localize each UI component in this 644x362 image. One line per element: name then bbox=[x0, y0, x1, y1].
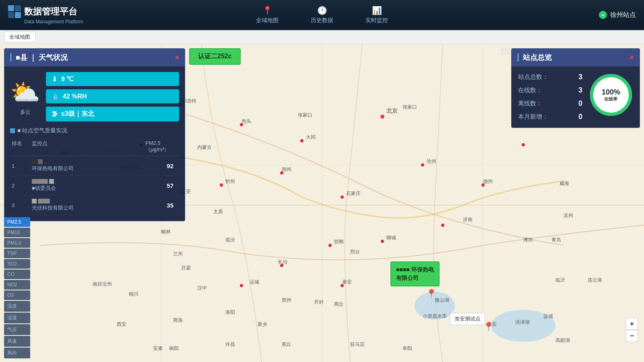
pollutant-temp[interactable]: 温度 bbox=[4, 301, 30, 312]
pollutant-co[interactable]: CO bbox=[4, 269, 30, 279]
svg-text:西安: 西安 bbox=[117, 321, 126, 327]
clock-icon: 🕐 bbox=[317, 6, 327, 15]
nav-realtime-monitor[interactable]: 📊 实时监控 bbox=[365, 6, 388, 24]
svg-text:汉中: 汉中 bbox=[197, 285, 207, 291]
air-quality-section: ■ 站点空气质量实况 排名 监控点 PM2.5（μg/m³） 1 bbox=[4, 127, 185, 221]
col-pm25: PM2.5（μg/m³） bbox=[145, 140, 178, 153]
huanbao-line2: 有限公司 bbox=[396, 274, 434, 282]
svg-text:济南: 济南 bbox=[463, 217, 473, 222]
station-panel-title: 站点总览 bbox=[517, 53, 552, 62]
cert-badge: 认证二252c bbox=[189, 48, 241, 65]
logo-title-en: Data Management Platform bbox=[8, 19, 83, 25]
svg-text:南目沿州: 南目沿州 bbox=[93, 281, 112, 287]
wind-icon: 🌫 bbox=[52, 111, 58, 118]
zoom-out-button[interactable]: − bbox=[626, 330, 638, 342]
section-title-text: ■ 站点空气质量实况 bbox=[17, 127, 67, 134]
pollutant-humidity[interactable]: 湿度 bbox=[4, 313, 30, 323]
svg-text:盐城: 盐城 bbox=[543, 313, 553, 319]
logo-icon: 数据管理平台 bbox=[8, 5, 83, 18]
huanbao-popup: ■■■■ 环保热电 有限公司 bbox=[390, 261, 440, 286]
rank-1: 1 bbox=[12, 163, 32, 169]
weather-panel-close[interactable]: × bbox=[175, 53, 179, 62]
stat-new: 本月新增： 0 bbox=[518, 113, 582, 121]
svg-text:长治: 长治 bbox=[278, 259, 287, 265]
svg-text:连云港: 连云港 bbox=[588, 277, 602, 283]
legend-line-3 bbox=[501, 53, 509, 55]
temperature-badge: 🌡 9 ℃ bbox=[46, 72, 179, 86]
logo-area: 数据管理平台 Data Management Platform bbox=[8, 5, 83, 25]
stat-offline-label: 离线数： bbox=[518, 100, 542, 107]
svg-text:泰安: 泰安 bbox=[342, 279, 352, 285]
air-table-header: 排名 监控点 PM2.5（μg/m³） bbox=[10, 138, 179, 156]
station-info: ● 徐州站点 bbox=[599, 11, 636, 19]
map-container[interactable]: 北京 大同 包头 呼和浩特 朔州 忻州 太原 朔州 石家庄 沧州 德州 济南 聊… bbox=[0, 44, 644, 362]
gauge-sublabel: 在线率 bbox=[602, 97, 620, 102]
svg-text:许昌: 许昌 bbox=[225, 341, 235, 347]
stat-new-label: 本月新增： bbox=[518, 113, 548, 121]
svg-text:忻州: 忻州 bbox=[225, 179, 235, 184]
pollutant-no2[interactable]: NO2 bbox=[4, 280, 30, 290]
svg-point-14 bbox=[522, 143, 525, 146]
svg-point-11 bbox=[341, 195, 344, 199]
wind-value: ≤3级｜东北 bbox=[61, 110, 94, 118]
pollutant-pressure[interactable]: 气压 bbox=[4, 324, 30, 335]
svg-text:邢台: 邢台 bbox=[350, 249, 360, 255]
marker-huaian[interactable]: 淮安测试点 bbox=[450, 313, 485, 325]
rank-3: 3 bbox=[12, 202, 32, 208]
svg-text:商丘: 商丘 bbox=[282, 341, 291, 347]
logo-sq-2 bbox=[15, 5, 21, 11]
breadcrumb-tag[interactable]: 全域地图 bbox=[4, 32, 35, 42]
stat-online-value: 3 bbox=[570, 86, 582, 95]
marker-pin-secondary[interactable]: 📍 bbox=[483, 322, 494, 332]
pollutant-pm10s[interactable]: PM1.0 bbox=[4, 238, 30, 248]
svg-text:微山湖: 微山湖 bbox=[435, 297, 449, 303]
table-row: 3 光伏科技有限公司 35 bbox=[10, 195, 179, 215]
svg-point-17 bbox=[328, 244, 332, 247]
nav-history-data[interactable]: 🕐 历史数据 bbox=[311, 6, 333, 24]
pollutant-tsp[interactable]: TSP bbox=[4, 249, 30, 258]
pollutant-pm10[interactable]: PM10 bbox=[4, 228, 30, 237]
chart-icon: 📊 bbox=[372, 6, 382, 15]
table-row: 2 ■镇委员会 57 bbox=[10, 176, 179, 195]
cert-badge-label: 认证二252c bbox=[198, 53, 232, 60]
station-panel-close[interactable]: × bbox=[630, 53, 634, 62]
svg-text:临沂: 临沂 bbox=[555, 277, 565, 283]
weather-icon-area: ⛅ 多云 bbox=[10, 78, 40, 116]
col-rank: 排名 bbox=[12, 140, 32, 153]
station-numbers: 站点总数： 3 在线数： 3 离线数： 0 本月新增： 0 bbox=[518, 73, 582, 121]
logo-sq-4 bbox=[15, 12, 21, 18]
svg-text:南阳: 南阳 bbox=[169, 346, 179, 351]
huanbao-line1: ■■■■ 环保热电 bbox=[396, 265, 434, 274]
svg-point-16 bbox=[381, 240, 384, 243]
pollutant-windspeed[interactable]: 风速 bbox=[4, 336, 30, 347]
pollutant-so2[interactable]: SO2 bbox=[4, 259, 30, 269]
stat-online: 在线数： 3 bbox=[518, 86, 582, 95]
station-name-3: 光伏科技有限公司 bbox=[32, 199, 89, 212]
logo-sq-1 bbox=[8, 5, 14, 11]
section-title-icon bbox=[10, 128, 15, 133]
temperature-value: 9 ℃ bbox=[61, 75, 74, 83]
pm25-value-1: 92 bbox=[145, 162, 178, 169]
pollutant-pm25[interactable]: PM2.5 bbox=[4, 217, 30, 227]
svg-text:吕梁: 吕梁 bbox=[181, 265, 191, 271]
nav-realtime-label: 实时监控 bbox=[365, 17, 388, 24]
svg-text:北京: 北京 bbox=[386, 107, 398, 114]
svg-text:张家口: 张家口 bbox=[298, 112, 312, 118]
pollutant-o3[interactable]: O3 bbox=[4, 290, 30, 300]
zoom-in-button[interactable]: + bbox=[626, 318, 638, 330]
pollutant-sidebar: PM2.5 PM10 PM1.0 TSP SO2 CO NO2 O3 温度 湿度… bbox=[4, 217, 30, 358]
marker-huanbao[interactable]: ■■■■ 环保热电 有限公司 bbox=[390, 261, 440, 286]
pollutant-winddir[interactable]: 风向 bbox=[4, 348, 30, 358]
marker-pin-main[interactable]: 📍 bbox=[426, 289, 437, 299]
stat-offline-value: 0 bbox=[570, 99, 582, 108]
weather-stats: 🌡 9 ℃ 💧 42 %RH 🌫 ≤3级｜东北 bbox=[46, 72, 179, 121]
weather-condition-text: 多云 bbox=[20, 109, 31, 116]
nav-history-label: 历史数据 bbox=[311, 17, 333, 24]
svg-text:威海: 威海 bbox=[559, 181, 569, 186]
stat-total-value: 3 bbox=[570, 73, 582, 81]
gauge-text: 100% 在线率 bbox=[602, 88, 620, 102]
svg-text:运城: 运城 bbox=[250, 279, 259, 285]
station-panel: 站点总览 × 站点总数： 3 在线数： 3 离线数： 0 本月新增： bbox=[511, 48, 640, 128]
nav-global-map[interactable]: 📍 全域地图 bbox=[256, 6, 279, 24]
legend-line-1 bbox=[501, 48, 509, 50]
